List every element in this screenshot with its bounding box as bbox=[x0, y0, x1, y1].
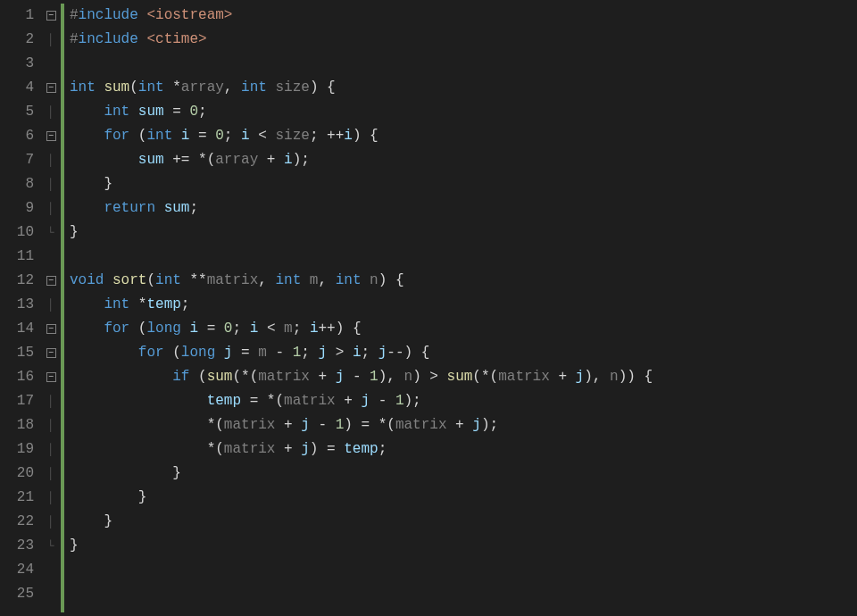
fold-toggle-icon[interactable]: − bbox=[46, 348, 56, 358]
code-line[interactable]: void sort(int **matrix, int m, int n) { bbox=[70, 269, 857, 293]
token-pn bbox=[70, 296, 104, 312]
token-pn: ), bbox=[379, 369, 404, 385]
token-pn: --) { bbox=[387, 345, 429, 361]
fold-toggle-icon[interactable]: − bbox=[46, 324, 56, 334]
code-line[interactable]: int *temp; bbox=[70, 293, 857, 317]
token-par: m bbox=[258, 345, 267, 361]
token-par: n bbox=[370, 272, 379, 288]
code-line[interactable]: } bbox=[70, 462, 857, 486]
line-number: 5 bbox=[5, 100, 34, 124]
token-pn: - bbox=[310, 417, 336, 433]
line-number: 3 bbox=[5, 52, 34, 76]
fold-cell bbox=[41, 582, 61, 606]
fold-toggle-icon[interactable]: − bbox=[46, 276, 56, 286]
code-area[interactable]: #include <iostream>#include <ctime> int … bbox=[64, 0, 857, 616]
fold-cell: │ bbox=[41, 196, 61, 221]
fold-guide-icon: │ bbox=[47, 389, 54, 413]
fold-toggle-icon[interactable]: − bbox=[46, 131, 56, 141]
fold-cell: │ bbox=[41, 510, 61, 534]
token-pn: ; bbox=[232, 320, 249, 337]
token-num: 1 bbox=[293, 345, 302, 361]
code-line[interactable]: #include <iostream> bbox=[70, 4, 857, 28]
token-pn: - bbox=[344, 369, 370, 385]
token-kw: int bbox=[104, 296, 137, 312]
code-line[interactable]: } bbox=[70, 534, 857, 558]
code-line[interactable]: if (sum(*(matrix + j - 1), n) > sum(*(ma… bbox=[70, 365, 857, 389]
fold-cell[interactable]: − bbox=[41, 341, 61, 365]
line-number: 6 bbox=[5, 124, 34, 148]
code-line[interactable]: } bbox=[70, 172, 857, 196]
token-kw: int bbox=[146, 128, 180, 144]
token-pn bbox=[70, 369, 172, 385]
fold-cell: │ bbox=[41, 293, 61, 317]
line-number: 8 bbox=[5, 172, 34, 196]
code-line[interactable]: int sum = 0; bbox=[70, 100, 857, 124]
fold-cell[interactable]: − bbox=[41, 269, 61, 293]
token-num: 0 bbox=[189, 104, 198, 120]
code-line[interactable] bbox=[70, 245, 857, 269]
token-pn: ) = bbox=[310, 441, 344, 457]
line-number: 25 bbox=[5, 582, 34, 606]
fold-cell: │ bbox=[41, 486, 61, 510]
code-line[interactable]: return sum; bbox=[70, 196, 857, 221]
token-pn: ; bbox=[301, 345, 318, 361]
line-number: 24 bbox=[5, 558, 34, 582]
token-par: n bbox=[610, 369, 619, 385]
token-par: matrix bbox=[224, 441, 276, 457]
code-line[interactable] bbox=[70, 558, 857, 582]
code-editor[interactable]: 1234567891011121314151617181920212223242… bbox=[0, 0, 857, 616]
token-inc: include bbox=[79, 31, 147, 47]
token-id: j bbox=[379, 345, 387, 361]
token-pn: > bbox=[327, 345, 353, 361]
fold-toggle-icon[interactable]: − bbox=[46, 372, 56, 382]
line-number: 1 bbox=[5, 4, 34, 28]
code-line[interactable]: int sum(int *array, int size) { bbox=[70, 76, 857, 100]
token-pn: ); bbox=[404, 393, 421, 409]
token-pn: = bbox=[164, 104, 190, 120]
token-id: sum bbox=[138, 104, 164, 120]
line-number: 13 bbox=[5, 293, 34, 317]
token-par: matrix bbox=[258, 369, 310, 385]
token-pn: + bbox=[447, 417, 473, 433]
code-line[interactable]: } bbox=[70, 486, 857, 510]
fold-toggle-icon[interactable]: − bbox=[46, 11, 56, 21]
code-line[interactable]: *(matrix + j - 1) = *(matrix + j); bbox=[70, 413, 857, 437]
code-line[interactable]: temp = *(matrix + j - 1); bbox=[70, 389, 857, 413]
fold-cell[interactable]: − bbox=[41, 124, 61, 148]
code-line[interactable]: sum += *(array + i); bbox=[70, 148, 857, 172]
token-pn: + bbox=[550, 369, 576, 385]
token-id: j bbox=[301, 417, 310, 433]
token-kw: for bbox=[104, 128, 137, 144]
code-line[interactable] bbox=[70, 52, 857, 76]
token-pn: } bbox=[70, 176, 112, 192]
token-pn: ** bbox=[189, 272, 206, 288]
code-line[interactable]: } bbox=[70, 510, 857, 534]
code-line[interactable]: } bbox=[70, 221, 857, 245]
token-pn: + bbox=[258, 152, 284, 168]
fold-cell: │ bbox=[41, 462, 61, 486]
token-fn: sum bbox=[104, 79, 129, 96]
code-line[interactable]: #include <ctime> bbox=[70, 28, 857, 52]
code-line[interactable] bbox=[70, 582, 857, 606]
fold-cell[interactable]: − bbox=[41, 365, 61, 389]
fold-cell[interactable]: − bbox=[41, 4, 61, 28]
fold-toggle-icon[interactable]: − bbox=[46, 83, 56, 93]
token-par: size bbox=[275, 128, 309, 144]
token-kw: int bbox=[241, 79, 275, 96]
token-pn: ) { bbox=[310, 79, 336, 96]
token-id: i bbox=[284, 152, 293, 168]
fold-cell[interactable]: − bbox=[41, 317, 61, 341]
token-id: sum bbox=[164, 200, 190, 216]
token-pn: = bbox=[232, 345, 258, 361]
code-line[interactable]: for (long i = 0; i < m; i++) { bbox=[70, 317, 857, 341]
line-number: 7 bbox=[5, 148, 34, 172]
token-par: matrix bbox=[224, 417, 276, 433]
code-line[interactable]: for (int i = 0; i < size; ++i) { bbox=[70, 124, 857, 148]
token-pp: # bbox=[70, 7, 79, 23]
code-line[interactable]: *(matrix + j) = temp; bbox=[70, 437, 857, 462]
token-fn: sum bbox=[447, 369, 473, 385]
fold-end-icon: └ bbox=[47, 221, 54, 245]
code-line[interactable]: for (long j = m - 1; j > i; j--) { bbox=[70, 341, 857, 365]
fold-cell[interactable]: − bbox=[41, 76, 61, 100]
fold-guide-icon: │ bbox=[47, 172, 54, 196]
